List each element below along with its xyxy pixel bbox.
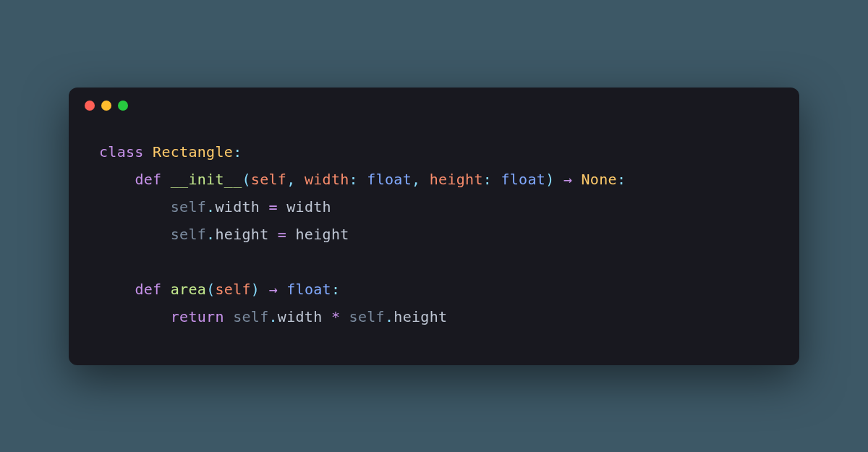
blank-line: [99, 248, 769, 276]
type-float: float: [367, 171, 412, 188]
arrow-operator: →: [260, 281, 286, 298]
function-name: area: [171, 281, 206, 298]
code-line: def __init__(self, width: float, height:…: [99, 166, 769, 193]
code-line: def area(self) → float:: [99, 276, 769, 303]
keyword-def: def: [135, 281, 161, 298]
code-line: self.width = width: [99, 193, 769, 221]
property-width: width: [278, 308, 323, 325]
property-width: width: [215, 198, 260, 216]
self-ref: self: [233, 308, 268, 325]
type-float: float: [501, 171, 545, 188]
keyword-class: class: [99, 143, 144, 161]
code-line: self.height = height: [99, 221, 769, 248]
class-name: Rectangle: [153, 143, 233, 161]
self-ref: self: [171, 198, 206, 216]
type-none: None: [582, 171, 617, 188]
function-name: __init__: [171, 171, 242, 188]
colon: :: [233, 143, 242, 161]
type-float: float: [286, 281, 331, 298]
code-area: class Rectangle: def __init__(self, widt…: [69, 111, 799, 365]
code-line: class Rectangle:: [99, 138, 769, 166]
keyword-def: def: [135, 171, 161, 188]
self-ref: self: [171, 226, 206, 243]
code-window: class Rectangle: def __init__(self, widt…: [69, 88, 799, 365]
param-width: width: [305, 171, 349, 188]
arrow-operator: →: [555, 171, 582, 188]
param-self: self: [251, 171, 286, 188]
zoom-icon[interactable]: [118, 101, 128, 111]
minimize-icon[interactable]: [101, 101, 111, 111]
property-height: height: [215, 226, 268, 243]
title-bar: [69, 88, 799, 111]
code-line: return self.width * self.height: [99, 303, 769, 331]
close-icon[interactable]: [85, 101, 95, 111]
property-height: height: [393, 308, 447, 325]
param-self: self: [215, 281, 250, 298]
keyword-return: return: [171, 308, 224, 325]
self-ref: self: [349, 308, 385, 325]
param-height: height: [430, 171, 483, 188]
multiply-operator: *: [323, 308, 349, 325]
